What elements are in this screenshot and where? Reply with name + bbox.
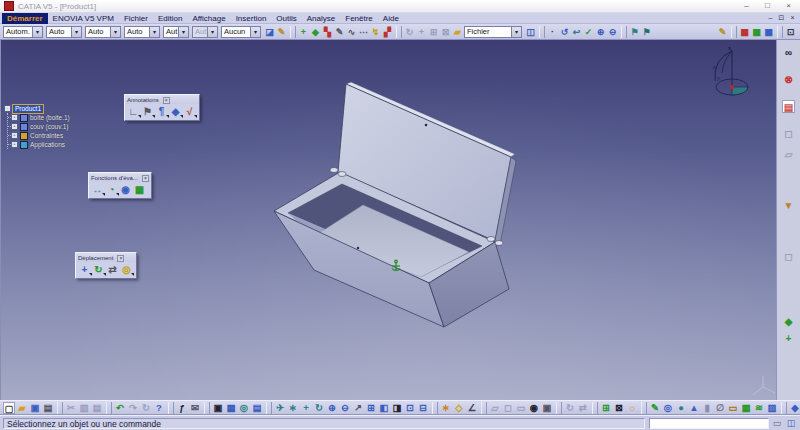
center-target-icon[interactable]: ◈	[310, 26, 321, 38]
swap-move-icon[interactable]: ⇄	[106, 263, 119, 276]
weld-annotation-icon[interactable]: ∟	[127, 105, 140, 118]
tree-node-boite[interactable]: +boite (boite.1)	[8, 113, 70, 122]
panel-icon[interactable]: ▤	[251, 402, 263, 414]
zoom-out-icon[interactable]: ⊖	[339, 402, 351, 414]
chevron-down-icon[interactable]: ▾	[511, 27, 521, 37]
floating-toolbar-2[interactable]: Fonctions d'éva...×↔◔◉▦	[88, 172, 152, 199]
node-expander[interactable]: +	[11, 141, 18, 148]
box-model[interactable]	[1, 40, 776, 400]
screen-icon[interactable]: ▣	[212, 402, 224, 414]
menu-fichier[interactable]: Fichier	[119, 13, 153, 24]
menu-enovia-v5-vpm[interactable]: ENOVIA V5 VPM	[48, 13, 119, 24]
menu-insertion[interactable]: Insertion	[231, 13, 272, 24]
fit-all-icon[interactable]: ⊞	[365, 402, 377, 414]
pad-icon[interactable]: ▮	[701, 402, 713, 414]
datum-blue-icon[interactable]: ◆	[169, 105, 182, 118]
close-button[interactable]: ×	[781, 0, 796, 12]
menu-fen-tre[interactable]: Fenêtre	[340, 13, 378, 24]
close-icon[interactable]: ×	[117, 255, 124, 262]
tree-node-applications[interactable]: +Applications	[8, 140, 70, 149]
hide-space-icon[interactable]: ⊠	[613, 402, 625, 414]
combo-aut-5[interactable]: Aut▾	[163, 26, 189, 38]
tree-node-contraintes-label[interactable]: Contraintes	[30, 132, 63, 139]
3d-compass[interactable]: z x y	[701, 43, 763, 101]
flag-alt-icon[interactable]: ⚑	[641, 26, 652, 38]
flag-icon[interactable]: ⚑	[629, 26, 640, 38]
examine-mode-icon[interactable]: ∗	[287, 402, 299, 414]
compass-free-rotation-handle[interactable]	[730, 85, 733, 88]
undo-icon[interactable]: ↶	[114, 402, 126, 414]
mesh-green-icon[interactable]: ▦	[751, 26, 762, 38]
tree-node-couv[interactable]: +couv (couv.1)	[8, 122, 70, 131]
fly-mode-icon[interactable]: ✈	[274, 402, 286, 414]
combo-auto-4[interactable]: Auto▾	[124, 26, 160, 38]
status-power-input-icon[interactable]: ◫	[785, 417, 797, 429]
menu-aide[interactable]: Aide	[378, 13, 404, 24]
highlight-pen-icon[interactable]: ✎	[717, 26, 728, 38]
camera-icon[interactable]: ◉	[528, 402, 540, 414]
delete-icon[interactable]: ⊗	[782, 73, 795, 86]
show-hide-icon[interactable]: ⊞	[600, 402, 612, 414]
combo-aucun[interactable]: Aucun▾	[221, 26, 261, 38]
3d-viewport[interactable]: - Product1 +boite (boite.1)+couv (couv.1…	[0, 40, 776, 400]
combo-auto-3[interactable]: Auto▾	[85, 26, 121, 38]
child-close-button[interactable]: ×	[787, 13, 798, 23]
save-icon[interactable]: ▣	[29, 402, 41, 414]
node-expander[interactable]: +	[11, 132, 18, 139]
cone-icon[interactable]: ▲	[688, 402, 700, 414]
sparkle-icon[interactable]: ∗	[440, 402, 452, 414]
new-window-icon[interactable]: ⊡	[785, 26, 796, 38]
chevron-down-icon[interactable]: ▾	[149, 27, 159, 37]
dropdown-arrow-icon[interactable]	[194, 115, 197, 118]
grid-icon[interactable]: ▦	[740, 402, 752, 414]
chevron-down-icon[interactable]: ▾	[32, 27, 42, 37]
lock-icon[interactable]: ▣	[541, 402, 553, 414]
manipulation-icon[interactable]: ◇	[453, 402, 465, 414]
measure-between-icon[interactable]: ↔	[91, 183, 104, 196]
sketcher-icon[interactable]: ✎	[649, 402, 661, 414]
surface-icon[interactable]: ▨	[766, 402, 778, 414]
pan-icon[interactable]: +	[300, 402, 312, 414]
print-icon[interactable]: ▤	[42, 402, 54, 414]
file-combo[interactable]: Fichier▾	[464, 26, 522, 38]
context-help-icon[interactable]: ?	[153, 402, 165, 414]
snap-rotate-icon[interactable]: ↻	[92, 263, 105, 276]
inertia-icon[interactable]: ◉	[119, 183, 132, 196]
dropdown-arrow-icon[interactable]	[131, 273, 134, 276]
tree-node-contraintes[interactable]: +Contraintes	[8, 131, 70, 140]
node-expander[interactable]: +	[11, 123, 18, 130]
diamond-icon[interactable]: ◆	[789, 402, 800, 414]
tree-node-couv-label[interactable]: couv (couv.1)	[30, 123, 69, 130]
full-screen-icon[interactable]: ⊟	[417, 402, 429, 414]
bolt-icon[interactable]: ↯	[370, 26, 381, 38]
formula-icon[interactable]: ƒ	[176, 402, 188, 414]
measure-icon[interactable]: ▭	[727, 402, 739, 414]
measure-plus-icon[interactable]: +	[782, 332, 795, 345]
painter-icon[interactable]: ✎	[276, 26, 287, 38]
close-icon[interactable]: ×	[163, 97, 170, 104]
info-grid-icon[interactable]: ▦	[133, 183, 146, 196]
rotate-icon[interactable]: ↻	[313, 402, 325, 414]
search-plus-icon[interactable]: ⊕	[595, 26, 606, 38]
graphic-props-icon[interactable]: ◪	[264, 26, 275, 38]
floating-toolbar-3[interactable]: Déplacement×+↻⇄◎	[75, 252, 137, 279]
globe-icon[interactable]: ◎	[238, 402, 250, 414]
render-tools-icon[interactable]: ∞	[782, 46, 795, 59]
minimize-button[interactable]: –	[739, 0, 754, 12]
search-minus-icon[interactable]: ⊖	[607, 26, 618, 38]
menu-edition[interactable]: Edition	[153, 13, 187, 24]
light-icon[interactable]: ☼	[626, 402, 638, 414]
measure-green-icon[interactable]: ◆	[782, 315, 795, 328]
datum-page-icon[interactable]: ▤	[782, 100, 795, 113]
torus-icon[interactable]: ◎	[662, 402, 674, 414]
chevron-down-icon[interactable]: ▾	[178, 27, 188, 37]
iso-view-icon[interactable]: ◧	[378, 402, 390, 414]
maximize-button[interactable]: □	[760, 0, 775, 12]
status-extend-icon[interactable]: ▭	[771, 417, 783, 429]
node-expander[interactable]: +	[11, 114, 18, 121]
chevron-down-icon[interactable]: ▾	[207, 27, 217, 37]
wave-icon[interactable]: ≋	[753, 402, 765, 414]
move-cross-icon[interactable]: +	[298, 26, 309, 38]
undo-arc-icon[interactable]: ↺	[559, 26, 570, 38]
chart-icon[interactable]: ▦	[225, 402, 237, 414]
